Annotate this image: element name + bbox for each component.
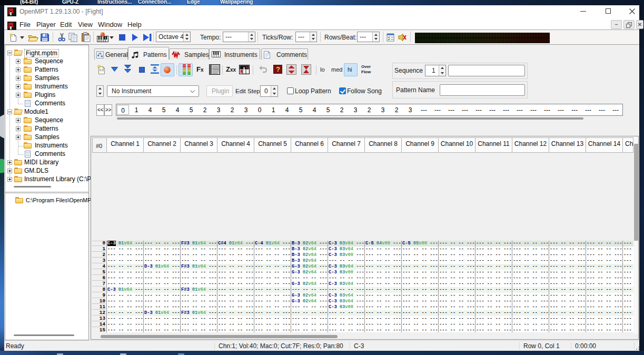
svg-text:C-5: C-5 [100,68,104,72]
